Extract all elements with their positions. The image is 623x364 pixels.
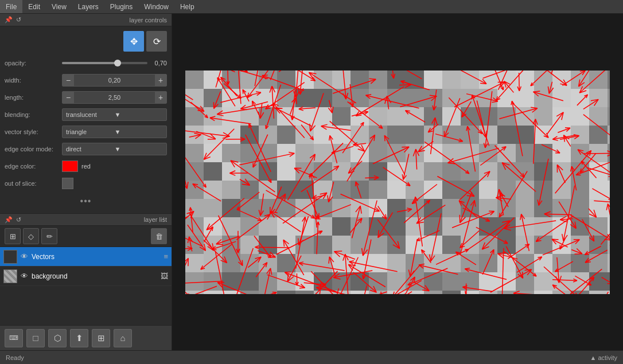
menu-file[interactable]: File — [0, 0, 22, 13]
chevron-down-icon-3: ▼ — [115, 146, 163, 152]
tool-buttons-row: ✥ ⟳ — [5, 31, 167, 52]
width-decrement-button[interactable]: − — [63, 75, 74, 86]
opacity-thumb[interactable] — [114, 60, 121, 66]
vectors-layer-icon: ≡ — [163, 252, 168, 261]
out-of-slice-swatch[interactable] — [62, 178, 73, 189]
edge-color-container: red — [62, 161, 167, 172]
freehand-select-button[interactable]: ✏ — [41, 228, 57, 244]
opacity-fill — [62, 62, 118, 64]
vector-style-dropdown[interactable]: triangle ▼ — [62, 126, 167, 138]
controls-area: ✥ ⟳ opacity: 0,70 width: − — [0, 26, 172, 213]
width-row: width: − 0,20 + — [5, 73, 167, 87]
chevron-down-icon: ▼ — [115, 111, 163, 118]
edge-color-mode-value: direct — [66, 146, 115, 152]
menu-layers[interactable]: Layers — [72, 0, 104, 13]
edge-color-row: edge color: red — [5, 159, 167, 173]
background-layer-name: background — [32, 272, 157, 280]
edge-color-label: edge color: — [5, 163, 62, 170]
panel-options-icon[interactable]: ⋮ — [161, 216, 167, 224]
bottom-toolbar: ⌨ □ ⬡ ⬆ ⊞ ⌂ — [0, 325, 172, 350]
canvas-area[interactable] — [172, 14, 623, 350]
background-layer-icon: 🖼 — [161, 272, 168, 280]
edge-color-value: red — [81, 163, 91, 170]
frame-button[interactable]: □ — [26, 329, 45, 347]
layer-item-background[interactable]: 👁 background 🖼 — [0, 267, 172, 286]
export-button[interactable]: ⬆ — [70, 329, 88, 347]
status-activity: ▲ activity — [590, 354, 617, 361]
width-spinbox: − 0,20 + — [62, 74, 167, 87]
move-tool-button[interactable]: ✥ — [123, 31, 144, 52]
layer-list-header: 📌 ↺ layer list ⋮ — [0, 213, 172, 226]
layer-controls-header: 📌 ↺ layer controls — [0, 14, 172, 26]
menu-window[interactable]: Window — [138, 0, 174, 13]
polygon-select-button[interactable]: ◇ — [23, 228, 39, 244]
main-area: 📌 ↺ layer controls ✥ ⟳ opacity: 0,70 — [0, 14, 623, 350]
background-thumbnail — [3, 269, 17, 283]
width-label: width: — [5, 77, 62, 84]
home-button[interactable]: ⌂ — [114, 329, 132, 347]
refresh-icon-2: ↺ — [16, 216, 21, 224]
vectors-thumbnail — [3, 250, 17, 264]
opacity-row: opacity: 0,70 — [5, 56, 167, 70]
edge-color-mode-label: edge color mode: — [5, 146, 62, 152]
terminal-button[interactable]: ⌨ — [5, 329, 23, 347]
length-increment-button[interactable]: + — [155, 92, 166, 103]
refresh-icon: ↺ — [16, 16, 21, 24]
edge-color-mode-dropdown[interactable]: direct ▼ — [62, 143, 167, 155]
width-increment-button[interactable]: + — [155, 75, 166, 86]
width-value: 0,20 — [74, 77, 155, 84]
delete-layer-button[interactable]: 🗑 — [151, 228, 167, 244]
pin-icon-2: 📌 — [5, 216, 13, 224]
length-spinbox: − 2,50 + — [62, 91, 167, 104]
activity-arrow-icon: ▲ — [590, 354, 596, 361]
length-value: 2,50 — [74, 94, 155, 101]
length-label: length: — [5, 94, 62, 101]
visibility-icon-vectors[interactable]: 👁 — [21, 252, 28, 261]
statusbar: Ready ▲ activity — [0, 350, 623, 364]
vector-style-row: vector style: triangle ▼ — [5, 125, 167, 139]
layer-item-vectors[interactable]: 👁 Vectors ≡ — [0, 247, 172, 267]
length-decrement-button[interactable]: − — [63, 92, 74, 103]
menu-help[interactable]: Help — [174, 0, 200, 13]
left-panel: 📌 ↺ layer controls ✥ ⟳ opacity: 0,70 — [0, 14, 172, 350]
chevron-down-icon-2: ▼ — [115, 128, 163, 135]
grid-button[interactable]: ⊞ — [92, 329, 110, 347]
opacity-label: opacity: — [5, 60, 62, 66]
layer-list-section: 📌 ↺ layer list ⋮ ⊞ ◇ ✏ 🗑 👁 Vectors ≡ — [0, 213, 172, 325]
vectors-layer-name: Vectors — [32, 253, 160, 261]
out-of-slice-row: out of slice: — [5, 177, 167, 190]
length-row: length: − 2,50 + — [5, 91, 167, 104]
artwork-canvas — [185, 71, 610, 294]
layer-controls-label: layer controls — [130, 17, 167, 24]
blending-value: translucent — [66, 111, 115, 118]
menu-edit[interactable]: Edit — [22, 0, 46, 13]
menu-view[interactable]: View — [46, 0, 72, 13]
opacity-slider[interactable] — [62, 62, 147, 64]
blending-label: blending: — [5, 111, 62, 118]
vector-style-value: triangle — [66, 128, 115, 135]
menu-plugins[interactable]: Plugins — [104, 0, 138, 13]
activity-label: activity — [598, 354, 617, 361]
menubar: File Edit View Layers Plugins Window Hel… — [0, 0, 623, 14]
out-of-slice-label: out of slice: — [5, 180, 62, 187]
edge-color-swatch[interactable] — [62, 161, 78, 172]
select-all-layers-button[interactable]: ⊞ — [5, 228, 21, 244]
layers-list: 👁 Vectors ≡ 👁 background 🖼 — [0, 247, 172, 325]
blending-dropdown[interactable]: translucent ▼ — [62, 108, 167, 121]
opacity-value: 0,70 — [150, 60, 167, 66]
ellipsis-icon: ••• — [80, 196, 92, 206]
vector-style-label: vector style: — [5, 128, 62, 135]
blending-row: blending: translucent ▼ — [5, 108, 167, 122]
layer-toolbar: ⊞ ◇ ✏ 🗑 — [0, 226, 172, 247]
visibility-icon-background[interactable]: 👁 — [21, 272, 28, 280]
pin-icon: 📌 — [5, 16, 13, 24]
status-ready: Ready — [6, 354, 24, 361]
rotate-tool-button[interactable]: ⟳ — [146, 31, 167, 52]
3d-button[interactable]: ⬡ — [48, 329, 67, 347]
edge-color-mode-row: edge color mode: direct ▼ — [5, 142, 167, 156]
opacity-slider-container: 0,70 — [62, 60, 167, 66]
more-options-dots[interactable]: ••• — [5, 194, 167, 209]
